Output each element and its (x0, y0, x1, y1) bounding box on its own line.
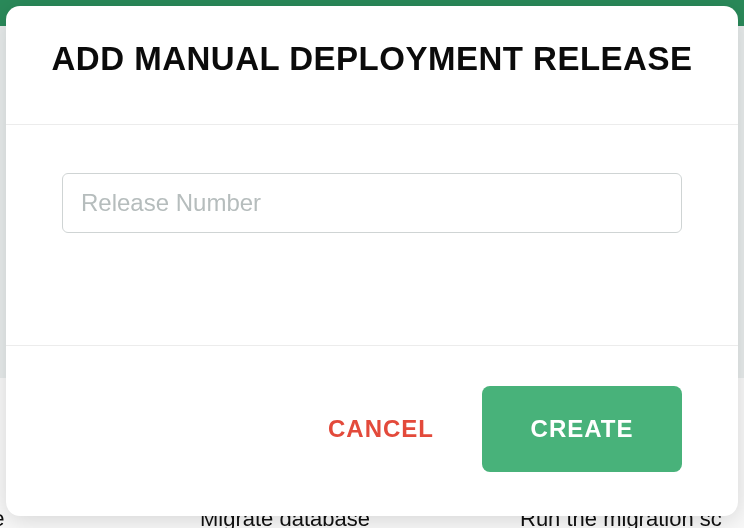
add-release-modal: ADD MANUAL DEPLOYMENT RELEASE CANCEL CRE… (6, 6, 738, 516)
modal-footer: CANCEL CREATE (6, 346, 738, 516)
modal-body (6, 125, 738, 346)
modal-title: ADD MANUAL DEPLOYMENT RELEASE (46, 40, 698, 78)
cancel-button[interactable]: CANCEL (324, 407, 438, 451)
modal-header: ADD MANUAL DEPLOYMENT RELEASE (6, 6, 738, 125)
release-number-input[interactable] (62, 173, 682, 233)
create-button[interactable]: CREATE (482, 386, 682, 472)
